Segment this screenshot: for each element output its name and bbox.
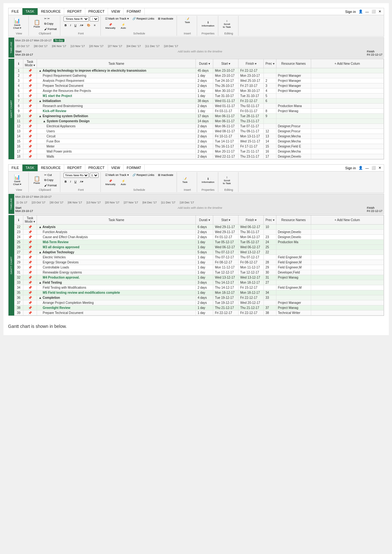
- bold-button[interactable]: B: [63, 23, 68, 27]
- minimize-icon-2[interactable]: —: [365, 166, 369, 170]
- format-painter-button[interactable]: 🖌 Format: [43, 27, 58, 31]
- tab-report[interactable]: REPORT: [64, 8, 85, 15]
- ribbon-group-tasks-2: 📝 Task Insert: [178, 172, 197, 192]
- tab2-view[interactable]: VIEW: [108, 165, 124, 171]
- manually-label: Manually: [106, 27, 116, 29]
- copy-button[interactable]: ⧉ Copy: [43, 21, 58, 26]
- tasks-content-2: 📝 Task: [180, 173, 195, 188]
- tab2-project[interactable]: PROJECT: [85, 165, 108, 171]
- th-add-col[interactable]: + Add New Colum: [311, 59, 383, 68]
- manually-schedule-button-2[interactable]: 📌 Manually: [104, 178, 117, 187]
- respect-links-button[interactable]: 🔗 Respect Links: [131, 16, 156, 21]
- tab-project[interactable]: PROJECT: [85, 8, 108, 15]
- underline-button-2[interactable]: U: [73, 179, 78, 184]
- th-mode[interactable]: TaskMode ▾: [23, 59, 37, 68]
- font-size-select-2[interactable]: 12: [90, 173, 99, 178]
- highlight-button[interactable]: 🎨: [86, 23, 92, 27]
- tab-format[interactable]: FORMAT: [124, 8, 145, 15]
- auto-schedule-button[interactable]: ⚡ Auto: [118, 22, 129, 30]
- cell-start: Mon 06-11-17: [213, 114, 238, 119]
- cell-empty: [311, 280, 383, 285]
- th2-add-col[interactable]: + Add New Colum: [311, 215, 383, 225]
- th2-start[interactable]: Start ▾: [213, 215, 238, 225]
- close-icon[interactable]: ✕: [378, 9, 381, 14]
- scroll-label: Scrollto Task: [223, 23, 231, 28]
- cell-pred: 25: [264, 245, 276, 250]
- close-icon-2[interactable]: ✕: [378, 166, 381, 170]
- paste-button[interactable]: 📋 Paste: [32, 19, 42, 29]
- task-button[interactable]: 📝 Task: [182, 16, 192, 25]
- cell-finish: Fri 22-12-17: [238, 310, 264, 316]
- th2-mode[interactable]: TaskMode ▾: [23, 215, 37, 225]
- inactivate-button[interactable]: ⊞ Inactivate: [157, 16, 175, 21]
- gantt-chart-button[interactable]: 📊 GanttChart ▾: [12, 17, 23, 30]
- cell-finish: Mon 30-10-17: [238, 88, 264, 93]
- cut-button[interactable]: ✂ ✂: [43, 16, 58, 21]
- th2-pred[interactable]: Prec ▾: [264, 215, 276, 225]
- font-color-button-2[interactable]: A▾: [79, 179, 85, 184]
- auto-schedule-button-2[interactable]: ⚡ Auto: [118, 178, 129, 187]
- restore-icon-2[interactable]: ⬜: [371, 166, 376, 170]
- tab2-report[interactable]: REPORT: [64, 165, 85, 171]
- manually-icon-2: 📌: [109, 179, 112, 183]
- th-pred[interactable]: Prec ▾: [264, 59, 276, 68]
- cell-name: Mid-Term Review: [37, 240, 196, 245]
- format-painter-button-2[interactable]: 🖌 Format: [43, 183, 58, 188]
- font-name-select[interactable]: Times New Ro: [63, 16, 89, 21]
- ribbon-group-clipboard-2: 📋 Paste ✂ Cut ⧉ Copy 🖌 Format Clipboard: [30, 172, 60, 192]
- scroll-to-task-button[interactable]: ↕ Scrollto Task: [221, 18, 232, 29]
- minimize-icon[interactable]: —: [365, 10, 369, 14]
- cell-resource: Designer,Develo: [276, 235, 311, 240]
- cell-start: Wed 01-11-17: [213, 104, 238, 109]
- tab2-file[interactable]: FILE: [9, 165, 22, 171]
- tab-task[interactable]: TASK: [22, 8, 38, 15]
- cell-finish: Wed 25-10-17: [238, 78, 264, 83]
- copy-button-2[interactable]: ⧉ Copy: [43, 178, 58, 183]
- tab2-resource[interactable]: RESOURCE: [38, 165, 64, 171]
- bold-button-2[interactable]: B: [63, 179, 68, 184]
- cell-mode: 📌: [23, 104, 37, 109]
- th-finish[interactable]: Finish ▾: [238, 59, 264, 68]
- respect-links-button-2[interactable]: 🔗 Respect Links: [131, 173, 156, 177]
- tl-date-8: |11 Dec '17: [145, 45, 160, 48]
- manually-schedule-button[interactable]: 📌 Manually: [104, 22, 117, 30]
- font-color-button[interactable]: A▾: [79, 23, 85, 27]
- cell-empty: [311, 300, 383, 305]
- sign-in-text[interactable]: Sign in: [345, 10, 356, 14]
- align-left-button[interactable]: ≡: [93, 23, 97, 27]
- restore-icon[interactable]: ⬜: [371, 9, 376, 14]
- th2-duration[interactable]: Durati ▾: [196, 215, 213, 225]
- information-button-2[interactable]: ℹ Information: [200, 176, 216, 184]
- underline-button[interactable]: U: [73, 23, 78, 27]
- font-name-select-2[interactable]: Times New Ro: [63, 173, 89, 178]
- scroll-label-2: Scrollto Task: [223, 179, 231, 185]
- tab2-format[interactable]: FORMAT: [124, 165, 145, 171]
- cut-button-2[interactable]: ✂ Cut: [43, 173, 58, 177]
- tab-resource[interactable]: RESOURCE: [38, 8, 64, 15]
- cell-pred: 15: [264, 144, 276, 149]
- mark-on-track-button-2[interactable]: ☑ Mark on Track ▾: [104, 173, 130, 177]
- inactivate-button-2[interactable]: ⊞ Inactivate: [157, 173, 175, 177]
- tab-file[interactable]: FILE: [9, 8, 22, 15]
- cell-finish: Mon 04-12-17: [238, 235, 264, 240]
- scroll-to-task-button-2[interactable]: ↕ Scrollto Task: [221, 175, 232, 186]
- tab-view[interactable]: VIEW: [108, 8, 124, 15]
- tl-date-6: |27 Nov '17: [108, 45, 122, 48]
- sign-in-text-2[interactable]: Sign in: [345, 166, 356, 170]
- cell-name: Analysis Project Requirement: [37, 78, 196, 83]
- cell-start: Thu 07-12-17: [213, 255, 238, 260]
- information-button[interactable]: ℹ Information: [200, 20, 216, 28]
- th-start[interactable]: Start ▾: [213, 59, 238, 68]
- italic-button-2[interactable]: I: [69, 179, 72, 184]
- task-button-2[interactable]: 📝 Task: [180, 176, 190, 184]
- mark-on-track-button[interactable]: ☑ Mark on Track ▾: [104, 16, 130, 21]
- th2-finish[interactable]: Finish ▾: [238, 215, 264, 225]
- italic-button[interactable]: I: [69, 23, 72, 27]
- th-duration[interactable]: Durati ▾: [196, 59, 213, 68]
- gantt-chart-button-2[interactable]: 📊 GanttChart ▾: [12, 174, 23, 187]
- font-size-select[interactable]: 12: [90, 16, 99, 21]
- paste-button-2[interactable]: 📋 Paste: [32, 175, 42, 185]
- cell-num: 38: [14, 305, 23, 310]
- table-row: 30 📌 Controllable Loads 1 day Mon 11-12-…: [14, 265, 383, 270]
- tab2-task[interactable]: TASK: [22, 165, 38, 171]
